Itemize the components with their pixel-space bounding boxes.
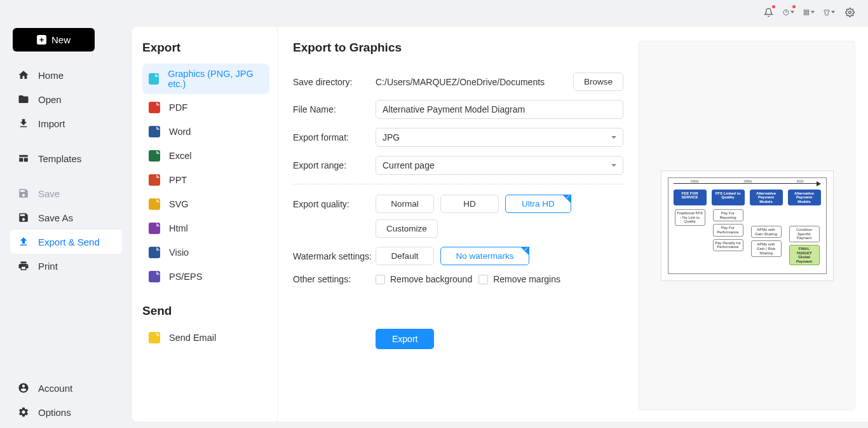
panel: Export Graphics (PNG, JPG etc.) PDF Word… — [132, 24, 868, 428]
bell-icon[interactable] — [763, 6, 774, 18]
sidebar-item-options[interactable]: Options — [10, 400, 122, 424]
watermark-default[interactable]: Default — [376, 247, 434, 265]
format-pseps[interactable]: PS/EPS — [142, 266, 269, 287]
svg-rect-4 — [807, 13, 809, 15]
sidebar-item-print[interactable]: Print — [10, 254, 122, 278]
help-icon[interactable] — [783, 6, 794, 18]
content: Export to Graphics Save directory: C:/Us… — [277, 27, 868, 422]
format-graphics[interactable]: Graphics (PNG, JPG etc.) — [142, 64, 269, 94]
shirt-icon[interactable] — [824, 6, 835, 18]
print-icon — [18, 260, 29, 272]
sidebar-item-export[interactable]: Export & Send — [10, 230, 122, 254]
format-pdf[interactable]: PDF — [142, 97, 269, 118]
sidebar-item-account[interactable]: Account — [10, 376, 122, 400]
folder-icon — [18, 93, 29, 105]
send-email[interactable]: Send Email — [142, 327, 269, 349]
export-button[interactable]: Export — [376, 329, 434, 349]
options-icon — [18, 406, 29, 418]
svg-rect-5 — [804, 13, 806, 15]
sidebar-item-open[interactable]: Open — [10, 87, 122, 111]
export-format-list: Export Graphics (PNG, JPG etc.) PDF Word… — [132, 27, 277, 422]
filename-input[interactable] — [376, 100, 623, 119]
diagram-preview: 1950s1990s2020 FEE FOR SERVICE FFS Linke… — [668, 177, 827, 274]
pseps-icon — [149, 271, 160, 282]
format-ppt[interactable]: PPT — [142, 169, 269, 191]
account-icon — [18, 382, 29, 394]
format-excel[interactable]: Excel — [142, 145, 269, 167]
sidebar-item-templates[interactable]: Templates — [10, 146, 122, 170]
quality-label: Export quality: — [293, 199, 376, 209]
sidebar-item-saveas[interactable]: Save As — [10, 205, 122, 230]
remove-bg-checkbox[interactable]: Remove background — [376, 274, 472, 284]
svg-icon — [149, 198, 160, 210]
quality-hd[interactable]: HD — [440, 195, 499, 213]
watermark-none[interactable]: No watermarks — [440, 247, 529, 265]
svg-point-6 — [848, 11, 851, 13]
range-select[interactable]: Current page — [376, 156, 623, 175]
html-icon — [149, 223, 160, 234]
main: +New Home Open Import Templates Save Sav… — [0, 24, 868, 428]
pdf-icon — [149, 102, 160, 113]
other-label: Other settings: — [293, 274, 376, 284]
topbar — [0, 0, 868, 24]
format-select[interactable]: JPG — [376, 128, 623, 147]
ppt-icon — [149, 174, 160, 186]
quality-ultrahd[interactable]: Ultra HD — [505, 195, 571, 213]
word-icon — [149, 126, 160, 137]
filename-label: File Name: — [293, 104, 376, 114]
range-label: Export range: — [293, 160, 376, 170]
send-heading: Send — [142, 304, 269, 318]
templates-icon — [18, 153, 29, 164]
format-word[interactable]: Word — [142, 121, 269, 142]
svg-rect-2 — [804, 10, 806, 11]
gear-icon[interactable] — [844, 6, 855, 18]
import-icon — [18, 118, 29, 129]
sidebar-item-import[interactable]: Import — [10, 111, 122, 135]
quality-normal[interactable]: Normal — [376, 195, 434, 213]
plus-icon: + — [37, 35, 46, 45]
sidebar-item-home[interactable]: Home — [10, 63, 122, 87]
export-form: Export to Graphics Save directory: C:/Us… — [293, 41, 623, 410]
visio-icon — [149, 247, 160, 258]
excel-icon — [149, 150, 160, 162]
save-dir-value: C:/Users/MARQUEZ/OneDrive/Documents — [376, 77, 567, 87]
sidebar: +New Home Open Import Templates Save Sav… — [0, 24, 132, 428]
preview-thumbnail: 1950s1990s2020 FEE FOR SERVICE FFS Linke… — [661, 170, 834, 281]
preview-panel: 1950s1990s2020 FEE FOR SERVICE FFS Linke… — [639, 41, 855, 410]
format-svg[interactable]: SVG — [142, 193, 269, 215]
format-html[interactable]: Html — [142, 217, 269, 239]
format-visio[interactable]: Visio — [142, 242, 269, 263]
new-button[interactable]: +New — [13, 28, 95, 52]
format-label: Export format: — [293, 132, 376, 142]
customize-button[interactable]: Customize — [376, 219, 438, 238]
graphics-icon — [149, 73, 159, 85]
home-icon — [18, 69, 29, 81]
saveas-icon — [18, 212, 29, 223]
browse-button[interactable]: Browse — [573, 72, 623, 91]
svg-rect-3 — [807, 10, 809, 11]
email-icon — [149, 332, 160, 343]
form-title: Export to Graphics — [293, 41, 623, 55]
export-icon — [18, 236, 29, 247]
watermark-label: Watermark settings: — [293, 251, 376, 261]
sidebar-item-save: Save — [10, 181, 122, 205]
save-dir-label: Save directory: — [293, 77, 376, 87]
export-heading: Export — [142, 41, 269, 55]
remove-margins-checkbox[interactable]: Remove margins — [478, 274, 560, 284]
save-icon — [18, 188, 29, 199]
apps-icon[interactable] — [803, 6, 815, 18]
